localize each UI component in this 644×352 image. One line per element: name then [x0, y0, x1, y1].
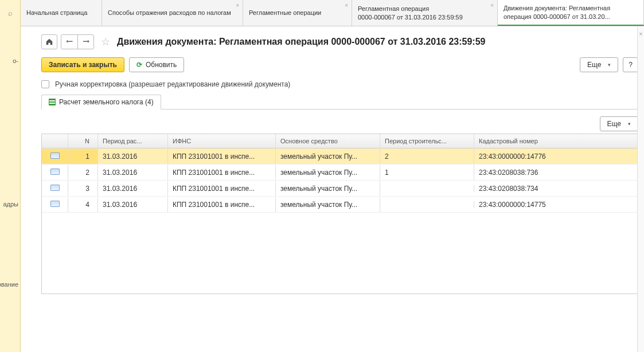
grid-body: 1 31.03.2016 КПП 231001001 в инспе... зе… [42, 148, 638, 213]
tab-label: Способы отражения расходов по налогам [108, 9, 237, 17]
col-asset[interactable]: Основное средство [276, 134, 380, 148]
refresh-label: Обновить [146, 61, 177, 69]
col-icon[interactable] [42, 134, 68, 148]
tab-movements[interactable]: Движения документа: Регламентная операци… [498, 0, 644, 26]
sub-tab-land-tax[interactable]: Расчет земельного налога (4) [41, 95, 161, 109]
record-icon [50, 185, 60, 191]
tab-expenses[interactable]: Способы отражения расходов по налогам × [102, 0, 243, 26]
sub-tab-label: Расчет земельного налога (4) [59, 98, 154, 106]
sub-tab-bar: Расчет земельного налога (4) [41, 94, 638, 109]
manual-edit-checkbox[interactable] [41, 80, 49, 88]
tab-regop-doc[interactable]: Регламентная операция 0000-000067 от 31.… [352, 0, 498, 26]
refresh-icon: ⟳ [136, 61, 142, 69]
col-cadastr[interactable]: Кадастровый номер [474, 134, 638, 148]
tab-regops[interactable]: Регламентные операции × [243, 0, 352, 26]
forward-button[interactable]: 🠖 [77, 35, 93, 49]
page-title: Движения документа: Регламентная операци… [117, 37, 485, 47]
content-area: 🠔 🠖 ☆ Движения документа: Регламентная о… [21, 26, 644, 352]
table-row[interactable]: 2 31.03.2016 КПП 231001001 в инспе... зе… [42, 165, 638, 181]
title-bar: 🠔 🠖 ☆ Движения документа: Регламентная о… [41, 34, 638, 49]
sidebar: ⌕ о- адры ование [0, 0, 21, 352]
home-button[interactable] [41, 34, 57, 49]
refresh-button[interactable]: ⟳ Обновить [129, 57, 184, 72]
tab-label: Движения документа: Регламентная операци… [504, 4, 635, 21]
table-more-button[interactable]: Еще [600, 116, 638, 131]
data-grid: N Период рас... ИФНС Основное средство П… [41, 134, 638, 294]
close-icon[interactable]: × [638, 31, 644, 37]
more-button[interactable]: Еще [580, 57, 618, 72]
right-panel-strip: × [637, 26, 644, 352]
record-icon [50, 169, 60, 175]
tab-label: Регламентная операция 0000-000067 от 31.… [358, 5, 490, 21]
table-icon [49, 99, 56, 105]
col-ifns[interactable]: ИФНС [168, 134, 276, 148]
nav-back-forward: 🠔 🠖 [61, 34, 94, 49]
close-icon[interactable]: × [345, 2, 348, 9]
col-n[interactable]: N [68, 134, 98, 148]
tab-label: Регламентные операции [249, 9, 346, 17]
table-row[interactable]: 4 31.03.2016 КПП 231001001 в инспе... зе… [42, 197, 638, 213]
search-icon[interactable]: ⌕ [0, 9, 20, 17]
tab-label: Начальная страница [26, 9, 96, 17]
record-icon [50, 152, 60, 159]
help-button[interactable]: ? [623, 57, 638, 72]
table-toolbar: Еще [41, 116, 638, 131]
sidebar-item[interactable]: ование [0, 281, 18, 288]
grid-header: N Период рас... ИФНС Основное средство П… [42, 134, 638, 148]
col-period[interactable]: Период рас... [98, 134, 168, 148]
main-toolbar: Записать и закрыть ⟳ Обновить Еще ? [41, 57, 638, 72]
close-icon[interactable]: × [236, 2, 239, 9]
record-icon [50, 201, 60, 207]
home-icon [45, 38, 53, 46]
table-row[interactable]: 3 31.03.2016 КПП 231001001 в инспе... зе… [42, 181, 638, 197]
tab-bar: Начальная страница Способы отражения рас… [21, 0, 644, 26]
table-row[interactable]: 1 31.03.2016 КПП 231001001 в инспе... зе… [42, 148, 638, 165]
manual-edit-row: Ручная корректировка (разрешает редактир… [41, 80, 638, 88]
manual-edit-label: Ручная корректировка (разрешает редактир… [55, 80, 290, 88]
save-close-button[interactable]: Записать и закрыть [41, 57, 124, 72]
favorite-star-icon[interactable]: ☆ [101, 36, 110, 48]
tab-home[interactable]: Начальная страница [21, 0, 102, 26]
col-build[interactable]: Период строительс... [380, 134, 474, 148]
back-button[interactable]: 🠔 [61, 35, 77, 49]
sidebar-item[interactable]: адры [0, 201, 18, 208]
sidebar-item[interactable]: о- [0, 57, 18, 64]
close-icon[interactable]: × [490, 2, 494, 9]
